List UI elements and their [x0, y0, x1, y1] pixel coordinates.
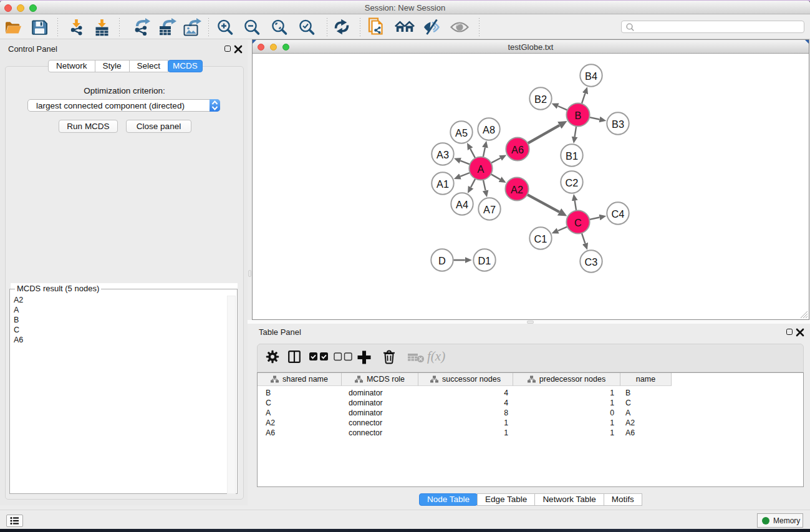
svg-text:A2: A2 — [511, 184, 523, 195]
svg-text:A1: A1 — [436, 178, 449, 190]
svg-text:D1: D1 — [478, 255, 491, 266]
svg-text:A8: A8 — [483, 124, 495, 135]
svg-text:A3: A3 — [436, 149, 449, 160]
svg-text:A4: A4 — [456, 199, 468, 210]
svg-text:A7: A7 — [483, 204, 496, 215]
svg-text:C3: C3 — [585, 256, 598, 268]
svg-text:C1: C1 — [534, 233, 547, 244]
svg-text:A: A — [478, 163, 485, 175]
svg-text:A6: A6 — [511, 144, 524, 155]
svg-text:D: D — [438, 255, 446, 266]
svg-text:C: C — [574, 217, 582, 228]
svg-text:C4: C4 — [612, 208, 625, 220]
svg-text:B: B — [575, 110, 582, 121]
svg-text:B4: B4 — [585, 70, 597, 82]
svg-text:A5: A5 — [455, 127, 468, 138]
svg-text:B2: B2 — [534, 94, 547, 105]
svg-text:B3: B3 — [612, 118, 624, 130]
svg-text:B1: B1 — [566, 150, 578, 162]
svg-text:C2: C2 — [566, 177, 579, 188]
